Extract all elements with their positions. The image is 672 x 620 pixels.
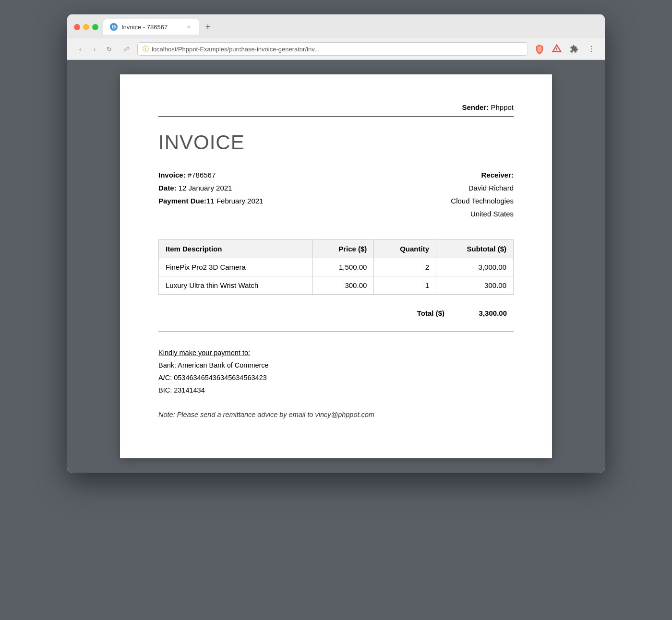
browser-titlebar: Invoice - 786567 × + xyxy=(67,14,605,38)
sender-name: Phppot xyxy=(491,103,514,111)
cell-subtotal: 300.00 xyxy=(436,276,514,295)
table-row: FinePix Pro2 3D Camera 1,500.00 2 3,000.… xyxy=(159,258,514,276)
svg-point-6 xyxy=(591,48,592,49)
invoice-number-value: #786567 xyxy=(188,171,216,179)
invoice-details-left: Invoice: #786567 Date: 12 January 2021 P… xyxy=(158,168,263,220)
receiver-label: Receiver: xyxy=(451,168,514,181)
payment-info: Kindly make your payment to: Bank: Ameri… xyxy=(158,346,514,396)
browser-window: Invoice - 786567 × + ‹ › ↻ ☍ ⓘ localhost… xyxy=(67,14,605,473)
new-tab-button[interactable]: + xyxy=(201,20,215,34)
date-label: Date: xyxy=(158,184,177,192)
payment-heading-text: Kindly make your payment to: xyxy=(158,349,250,357)
top-divider xyxy=(158,116,514,117)
svg-point-4 xyxy=(556,50,557,51)
payment-heading: Kindly make your payment to: xyxy=(158,346,514,359)
invoice-date-row: Date: 12 January 2021 xyxy=(158,181,263,194)
col-header-subtotal: Subtotal ($) xyxy=(436,240,514,258)
tab-bar: Invoice - 786567 × + xyxy=(103,19,215,35)
receiver-name: David Richard xyxy=(451,181,514,194)
svg-point-7 xyxy=(591,51,592,52)
invoice-table: Item Description Price ($) Quantity Subt… xyxy=(158,239,514,295)
traffic-lights xyxy=(74,24,98,30)
tab-close-icon[interactable]: × xyxy=(185,23,192,31)
invoice-number-row: Invoice: #786567 xyxy=(158,168,263,181)
cell-description: Luxury Ultra thin Wrist Watch xyxy=(159,276,313,295)
browser-content: Sender: Phppot INVOICE Invoice: #786567 … xyxy=(67,60,605,473)
ac-line: A/C: 053463465436345634563423 xyxy=(158,371,514,384)
extensions-icon[interactable] xyxy=(567,42,581,56)
receiver-country: United States xyxy=(451,207,514,220)
security-warning-icon: ⓘ xyxy=(143,45,149,53)
sender-label: Sender: xyxy=(462,103,489,111)
toolbar-right xyxy=(533,42,598,56)
cell-subtotal: 3,000.00 xyxy=(436,258,514,276)
back-button[interactable]: ‹ xyxy=(74,43,86,55)
date-value: 12 January 2021 xyxy=(179,184,232,192)
close-button[interactable] xyxy=(74,24,80,30)
nav-buttons: ‹ › ↻ xyxy=(74,43,115,55)
col-header-description: Item Description xyxy=(159,240,313,258)
payment-due-value: 11 February 2021 xyxy=(206,197,263,205)
tab-favicon-icon xyxy=(110,23,118,31)
svg-point-5 xyxy=(591,46,592,47)
col-header-price: Price ($) xyxy=(313,240,374,258)
cell-description: FinePix Pro2 3D Camera xyxy=(159,258,313,276)
col-header-quantity: Quantity xyxy=(374,240,436,258)
bank-line: Bank: American Bank of Commerce xyxy=(158,359,514,371)
maximize-button[interactable] xyxy=(92,24,98,30)
table-header-row: Item Description Price ($) Quantity Subt… xyxy=(159,240,514,258)
brave-shield-icon[interactable] xyxy=(533,42,546,56)
address-bar: ‹ › ↻ ☍ ⓘ localhost/Phppot-Examples/purc… xyxy=(67,38,605,60)
sender-info: Sender: Phppot xyxy=(158,103,514,111)
address-input[interactable]: ⓘ localhost/Phppot-Examples/purchase-inv… xyxy=(137,42,528,56)
tab-title: Invoice - 786567 xyxy=(121,24,181,31)
cell-price: 1,500.00 xyxy=(313,258,374,276)
menu-icon[interactable] xyxy=(585,42,598,56)
invoice-title: INVOICE xyxy=(158,131,514,154)
invoice-document: Sender: Phppot INVOICE Invoice: #786567 … xyxy=(120,74,552,458)
total-value: 3,300.00 xyxy=(451,304,514,322)
payment-due-row: Payment Due:11 February 2021 xyxy=(158,194,263,207)
total-row: Total ($) 3,300.00 xyxy=(158,304,514,322)
invoice-note: Note: Please send a remittance advice by… xyxy=(158,411,514,418)
cell-quantity: 2 xyxy=(374,258,436,276)
cell-quantity: 1 xyxy=(374,276,436,295)
invoice-details-right: Receiver: David Richard Cloud Technologi… xyxy=(451,168,514,220)
total-label: Total ($) xyxy=(394,304,451,322)
bottom-divider xyxy=(158,332,514,332)
url-text: localhost/Phppot-Examples/purchase-invoi… xyxy=(152,46,523,53)
forward-button[interactable]: › xyxy=(88,43,101,55)
table-row: Luxury Ultra thin Wrist Watch 300.00 1 3… xyxy=(159,276,514,295)
cell-price: 300.00 xyxy=(313,276,374,295)
reload-button[interactable]: ↻ xyxy=(103,43,115,55)
minimize-button[interactable] xyxy=(83,24,89,30)
payment-due-label: Payment Due: xyxy=(158,197,206,205)
vpn-icon[interactable] xyxy=(550,42,564,56)
active-tab[interactable]: Invoice - 786567 × xyxy=(103,19,199,35)
bookmark-button[interactable]: ☍ xyxy=(120,43,132,55)
bic-line: BIC: 23141434 xyxy=(158,384,514,396)
receiver-company: Cloud Technologies xyxy=(451,194,514,207)
invoice-number-label: Invoice: xyxy=(158,171,186,179)
invoice-meta: Invoice: #786567 Date: 12 January 2021 P… xyxy=(158,168,514,220)
